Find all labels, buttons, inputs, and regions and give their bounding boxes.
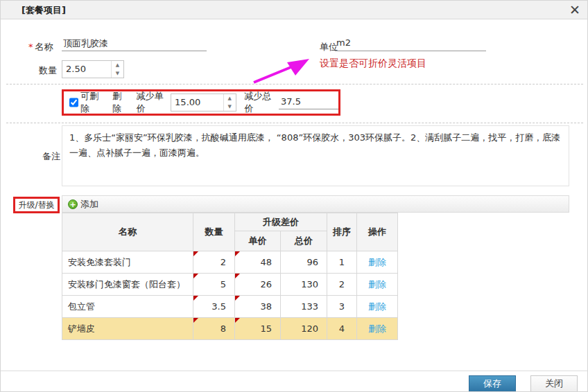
dialog-titlebar: [套餐项目] ✕ — [1, 1, 588, 19]
col-header-name: 名称 — [62, 213, 193, 251]
cell-total-price: 120 — [281, 318, 327, 340]
reduce-unit-value[interactable]: 15.00 — [171, 94, 223, 111]
remarks-label: 备注 — [42, 150, 60, 163]
name-label: 名称 — [35, 42, 53, 52]
delete-row-link[interactable]: 删除 — [368, 257, 386, 267]
col-header-action: 操作 — [357, 213, 398, 251]
cell-qty[interactable]: 3.5 — [193, 296, 235, 318]
delete-label: 删除 — [112, 90, 128, 115]
flexible-note-text: 设置是否可折价灵活项目 — [320, 57, 426, 70]
col-header-qty: 数量 — [193, 213, 235, 251]
cell-name[interactable]: 安装免漆套装门 — [62, 251, 193, 274]
remarks-textarea[interactable]: 1、多乐士“家丽安”环保乳胶漆，抗酸碱通用底漆， “808”环保胶水，303环保… — [62, 125, 569, 186]
upgrade-toolbar: + 添加 — [62, 195, 569, 213]
cell-name[interactable]: 安装移门免漆窗套（阳台套） — [62, 274, 193, 296]
table-row: 包立管 3.5 38 133 3 删除 — [62, 296, 398, 318]
cell-sort[interactable]: 2 — [327, 274, 357, 296]
upgrade-section-label: 升级/替换 — [13, 197, 60, 213]
name-input[interactable]: 顶面乳胶漆 — [62, 37, 207, 51]
name-label-wrap: *名称 — [28, 41, 53, 53]
cell-unit-price[interactable]: 38 — [235, 296, 281, 318]
cell-sort[interactable]: 4 — [327, 318, 357, 340]
required-asterisk: * — [28, 42, 33, 52]
col-header-total-price: 总价 — [281, 231, 327, 251]
delete-row-link[interactable]: 删除 — [368, 279, 386, 289]
separator — [6, 84, 583, 84]
qty-value[interactable]: 2.50 — [62, 61, 111, 78]
cell-unit-price[interactable]: 48 — [235, 251, 281, 274]
qty-label: 数量 — [39, 64, 57, 77]
col-header-unit-price: 单价 — [235, 231, 281, 251]
reduce-total-input[interactable]: 37.5 — [279, 96, 338, 109]
cell-total-price: 96 — [281, 251, 327, 274]
cell-name[interactable]: 铲墙皮 — [62, 318, 193, 340]
cell-sort[interactable]: 3 — [327, 296, 357, 318]
add-plus-icon: + — [68, 199, 78, 209]
qty-spinner-down-icon[interactable]: ▼ — [112, 69, 123, 78]
close-button[interactable]: 关闭 — [530, 375, 578, 392]
reduce-unit-label: 减少单价 — [137, 90, 168, 115]
cell-qty[interactable]: 5 — [193, 274, 235, 296]
table-row: 安装移门免漆窗套（阳台套） 5 26 130 2 删除 — [62, 274, 398, 296]
deletable-checkbox[interactable] — [69, 98, 78, 107]
qty-spin-buttons: ▲ ▼ — [111, 61, 123, 78]
reduce-unit-spinner-down-icon[interactable]: ▼ — [224, 103, 236, 111]
col-header-diff-group: 升级差价 — [235, 213, 327, 231]
close-icon[interactable]: ✕ — [569, 3, 580, 17]
arrow-annotation-up — [247, 56, 315, 85]
reduce-unit-spin-buttons: ▲ ▼ — [223, 94, 236, 111]
reduce-unit-stepper[interactable]: 15.00 ▲ ▼ — [171, 93, 236, 112]
dialog-title: [套餐项目] — [21, 4, 66, 17]
save-button[interactable]: 保存 — [469, 375, 516, 392]
col-header-sort: 排序 — [327, 213, 357, 251]
table-row-highlighted: 铲墙皮 8 15 120 4 删除 — [62, 318, 398, 340]
delete-row-link[interactable]: 删除 — [368, 323, 386, 334]
upgrade-table: 名称 数量 升级差价 排序 操作 单价 总价 安装免漆套装门 2 48 96 1… — [62, 213, 398, 340]
reduce-unit-spinner-up-icon[interactable]: ▲ — [224, 94, 236, 103]
reduce-total-label: 减少总价 — [245, 90, 276, 115]
cell-name[interactable]: 包立管 — [62, 296, 193, 318]
separator — [6, 123, 583, 123]
cell-unit-price[interactable]: 15 — [235, 318, 281, 340]
package-item-dialog: [套餐项目] ✕ *名称 顶面乳胶漆 单位 m2 数量 2.50 ▲ ▼ 设置是… — [0, 0, 588, 392]
deletable-option-box: 可删除 删除 减少单价 15.00 ▲ ▼ 减少总价 37.5 — [62, 89, 340, 116]
table-row: 安装免漆套装门 2 48 96 1 删除 — [62, 251, 398, 274]
qty-stepper[interactable]: 2.50 ▲ ▼ — [62, 60, 124, 78]
deletable-label: 可删除 — [80, 90, 104, 115]
add-button-label: 添加 — [80, 198, 98, 211]
qty-spinner-up-icon[interactable]: ▲ — [112, 61, 123, 69]
cell-unit-price[interactable]: 26 — [235, 274, 281, 296]
cell-total-price: 133 — [281, 296, 327, 318]
add-button[interactable]: + 添加 — [68, 198, 98, 211]
cell-sort[interactable]: 1 — [327, 251, 357, 274]
footer-divider — [1, 371, 588, 371]
delete-row-link[interactable]: 删除 — [368, 301, 386, 312]
cell-qty[interactable]: 2 — [193, 251, 235, 274]
unit-input[interactable]: m2 — [335, 37, 486, 51]
cell-qty[interactable]: 8 — [193, 318, 235, 340]
cell-total-price: 130 — [281, 274, 327, 296]
